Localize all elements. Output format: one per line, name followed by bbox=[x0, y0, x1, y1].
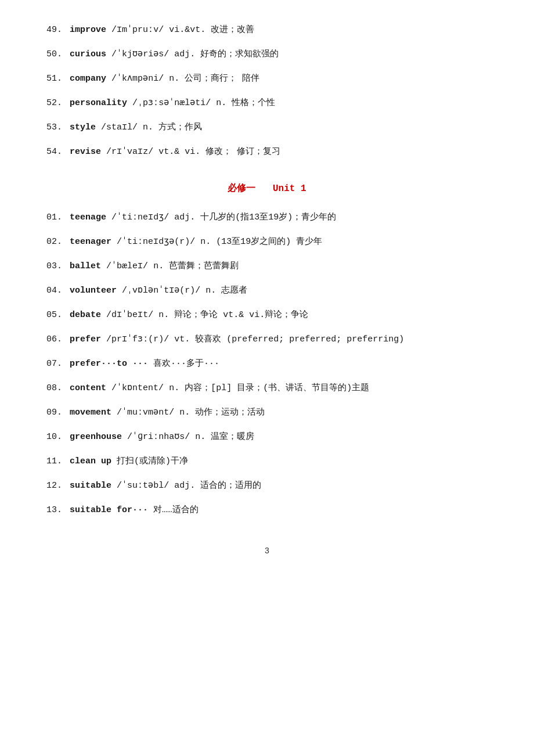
phonetic: /ˈtiːneɪdʒ/ bbox=[111, 213, 169, 222]
item-number: 06. bbox=[46, 333, 70, 347]
pos: n. bbox=[169, 383, 179, 393]
list-item: 05. debate /dɪˈbeɪt/ n. 辩论；争论 vt.& vi.辩论… bbox=[46, 308, 488, 322]
phonetic: /ɪmˈpruːv/ bbox=[111, 25, 164, 35]
item-content: clean up 打扫(或清除)干净 bbox=[70, 455, 488, 469]
definition: 志愿者 bbox=[221, 286, 247, 296]
list-item: 11. clean up 打扫(或清除)干净 bbox=[46, 455, 488, 469]
word: improve bbox=[70, 25, 106, 35]
word: company bbox=[70, 74, 106, 84]
pos: adj. bbox=[174, 481, 195, 491]
word: suitable for··· bbox=[70, 505, 148, 515]
item-content: improve /ɪmˈpruːv/ vi.&vt. 改进；改善 bbox=[70, 23, 488, 37]
item-number: 09. bbox=[46, 406, 70, 420]
definition: 喜欢···多于··· bbox=[153, 359, 219, 369]
item-content: curious /ˈkjʊəriəs/ adj. 好奇的；求知欲强的 bbox=[70, 48, 488, 62]
word: volunteer bbox=[70, 286, 117, 296]
item-number: 02. bbox=[46, 235, 70, 249]
phonetic: /ˈbæleɪ/ bbox=[106, 261, 148, 271]
definition: 十几岁的(指13至19岁)；青少年的 bbox=[200, 213, 336, 222]
phonetic: /staɪl/ bbox=[101, 123, 138, 132]
unit-label: Unit 1 bbox=[273, 183, 306, 194]
list-item: 53. style /staɪl/ n. 方式；作风 bbox=[46, 121, 488, 135]
phonetic: /ˈkjʊəriəs/ bbox=[111, 49, 169, 59]
word: movement bbox=[70, 408, 111, 417]
list-item: 03. ballet /ˈbæleɪ/ n. 芭蕾舞；芭蕾舞剧 bbox=[46, 260, 488, 273]
phonetic: /rɪˈvaɪz/ bbox=[106, 147, 153, 157]
item-number: 04. bbox=[46, 284, 70, 298]
pos: vt.& vi. bbox=[158, 147, 200, 157]
item-number: 01. bbox=[46, 211, 70, 225]
definition: (13至19岁之间的) 青少年 bbox=[216, 237, 322, 247]
item-content: ballet /ˈbæleɪ/ n. 芭蕾舞；芭蕾舞剧 bbox=[70, 260, 488, 273]
item-number: 08. bbox=[46, 381, 70, 395]
item-number: 10. bbox=[46, 430, 70, 444]
item-number: 50. bbox=[46, 48, 70, 62]
pos: vt. bbox=[174, 334, 190, 344]
word: teenage bbox=[70, 213, 106, 222]
definition: 较喜欢 (preferred; preferred; preferring) bbox=[195, 334, 404, 344]
list-item: 01. teenage /ˈtiːneɪdʒ/ adj. 十几岁的(指13至19… bbox=[46, 211, 488, 225]
list-item: 52. personality /ˌpɜːsəˈnæləti/ n. 性格；个性 bbox=[46, 96, 488, 110]
definition: 打扫(或清除)干净 bbox=[117, 456, 188, 466]
phonetic: /dɪˈbeɪt/ bbox=[106, 310, 153, 320]
definition: 内容；[pl] 目录；(书、讲话、节目等的)主题 bbox=[185, 383, 369, 393]
definition: 辩论；争论 vt.& vi.辩论；争论 bbox=[174, 310, 308, 320]
item-number: 52. bbox=[46, 96, 70, 110]
pos: n. bbox=[216, 98, 226, 108]
word: debate bbox=[70, 310, 101, 320]
item-content: personality /ˌpɜːsəˈnæləti/ n. 性格；个性 bbox=[70, 96, 488, 110]
word: clean up bbox=[70, 456, 111, 466]
phonetic: /ˈɡriːnhaʊs/ bbox=[127, 432, 190, 442]
item-content: revise /rɪˈvaɪz/ vt.& vi. 修改； 修订；复习 bbox=[70, 145, 488, 159]
list-item: 50. curious /ˈkjʊəriəs/ adj. 好奇的；求知欲强的 bbox=[46, 48, 488, 62]
phonetic: /ˈsuːtəbl/ bbox=[117, 481, 169, 491]
pos: n. bbox=[158, 310, 169, 320]
definition: 性格；个性 bbox=[232, 98, 275, 108]
pos: n. bbox=[169, 74, 179, 84]
pos: adj. bbox=[174, 49, 195, 59]
phonetic: /ˈtiːneɪdʒə(r)/ bbox=[117, 237, 195, 247]
list-item: 12. suitable /ˈsuːtəbl/ adj. 适合的；适用的 bbox=[46, 479, 488, 493]
item-content: style /staɪl/ n. 方式；作风 bbox=[70, 121, 488, 135]
vocab-list-top: 49. improve /ɪmˈpruːv/ vi.&vt. 改进；改善 50.… bbox=[46, 23, 488, 159]
definition: 改进；改善 bbox=[211, 25, 254, 35]
section-header: 必修一 Unit 1 bbox=[46, 182, 488, 195]
word: personality bbox=[70, 98, 127, 108]
definition: 方式；作风 bbox=[158, 123, 202, 132]
list-item: 06. prefer /prɪˈfɜː(r)/ vt. 较喜欢 (preferr… bbox=[46, 333, 488, 347]
word: revise bbox=[70, 147, 101, 157]
item-number: 51. bbox=[46, 72, 70, 86]
bilingual-label: 必修一 bbox=[228, 183, 255, 194]
list-item: 51. company /ˈkʌmpəni/ n. 公司；商行； 陪伴 bbox=[46, 72, 488, 86]
definition: 适合的；适用的 bbox=[200, 481, 261, 491]
item-content: company /ˈkʌmpəni/ n. 公司；商行； 陪伴 bbox=[70, 72, 488, 86]
item-number: 05. bbox=[46, 308, 70, 322]
pos: n. bbox=[195, 432, 205, 442]
word: prefer bbox=[70, 334, 101, 344]
definition: 温室；暖房 bbox=[211, 432, 254, 442]
pos: n. bbox=[179, 408, 190, 417]
item-number: 11. bbox=[46, 455, 70, 469]
vocab-list-unit1: 01. teenage /ˈtiːneɪdʒ/ adj. 十几岁的(指13至19… bbox=[46, 211, 488, 517]
phonetic: /ˈmuːvmənt/ bbox=[117, 408, 174, 417]
list-item: 13. suitable for··· 对……适合的 bbox=[46, 503, 488, 517]
item-content: content /ˈkɒntent/ n. 内容；[pl] 目录；(书、讲话、节… bbox=[70, 381, 488, 395]
list-item: 10. greenhouse /ˈɡriːnhaʊs/ n. 温室；暖房 bbox=[46, 430, 488, 444]
word: suitable bbox=[70, 481, 111, 491]
word: ballet bbox=[70, 261, 101, 271]
item-content: prefer···to ··· 喜欢···多于··· bbox=[70, 357, 488, 371]
list-item: 08. content /ˈkɒntent/ n. 内容；[pl] 目录；(书、… bbox=[46, 381, 488, 395]
pos: n. bbox=[153, 261, 164, 271]
phonetic: /ˈkɒntent/ bbox=[111, 383, 164, 393]
item-number: 03. bbox=[46, 260, 70, 273]
item-content: movement /ˈmuːvmənt/ n. 动作；运动；活动 bbox=[70, 406, 488, 420]
item-content: prefer /prɪˈfɜː(r)/ vt. 较喜欢 (preferred; … bbox=[70, 333, 488, 347]
word: curious bbox=[70, 49, 106, 59]
pos: vi.&vt. bbox=[169, 25, 205, 35]
item-number: 53. bbox=[46, 121, 70, 135]
item-content: volunteer /ˌvɒlənˈtɪə(r)/ n. 志愿者 bbox=[70, 284, 488, 298]
item-content: suitable /ˈsuːtəbl/ adj. 适合的；适用的 bbox=[70, 479, 488, 493]
word: greenhouse bbox=[70, 432, 122, 442]
definition: 好奇的；求知欲强的 bbox=[200, 49, 279, 59]
item-content: teenager /ˈtiːneɪdʒə(r)/ n. (13至19岁之间的) … bbox=[70, 235, 488, 249]
